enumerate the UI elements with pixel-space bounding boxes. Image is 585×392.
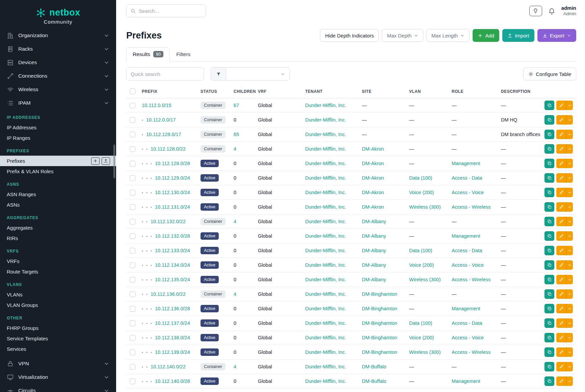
sidebar-menu-circuits[interactable]: Circuits bbox=[0, 384, 116, 392]
saved-filter-select[interactable] bbox=[226, 67, 290, 81]
prefix-link[interactable]: 10.112.133.0/24 bbox=[155, 248, 190, 253]
sidebar-item-aggregates[interactable]: Aggregates bbox=[0, 223, 116, 233]
tenant-link[interactable]: Dunder-Mifflin, Inc. bbox=[305, 161, 346, 166]
tab-results[interactable]: Results 90 bbox=[126, 47, 170, 62]
role-link[interactable]: Access - Wireless bbox=[452, 204, 490, 210]
edit-dropdown-button[interactable] bbox=[566, 275, 573, 284]
prefix-link[interactable]: 10.112.138.0/24 bbox=[155, 335, 190, 340]
select-all-checkbox[interactable] bbox=[130, 88, 135, 94]
clone-button[interactable] bbox=[544, 318, 554, 328]
clone-button[interactable] bbox=[544, 217, 554, 226]
children-link[interactable]: 4 bbox=[234, 219, 236, 224]
clone-button[interactable] bbox=[544, 347, 554, 357]
prefix-link[interactable]: 10.112.139.0/24 bbox=[155, 349, 190, 355]
children-link[interactable]: 4 bbox=[234, 146, 236, 152]
site-link[interactable]: DM-Binghamton bbox=[362, 320, 397, 326]
site-link[interactable]: DM-Buffalo bbox=[362, 364, 386, 369]
tenant-link[interactable]: Dunder-Mifflin, Inc. bbox=[305, 364, 346, 369]
prefix-link[interactable]: 10.112.137.0/24 bbox=[155, 320, 190, 326]
quick-import-button[interactable] bbox=[102, 157, 110, 165]
role-link[interactable]: Management bbox=[452, 306, 480, 311]
site-link[interactable]: DM-Binghamton bbox=[362, 335, 397, 340]
edit-button[interactable] bbox=[556, 246, 566, 255]
quick-add-button[interactable] bbox=[91, 157, 100, 165]
sidebar-item-vlan-groups[interactable]: VLAN Groups bbox=[0, 300, 116, 310]
sidebar-item-prefixes[interactable]: Prefixes bbox=[0, 156, 116, 166]
export-button[interactable]: Export bbox=[537, 29, 576, 42]
tab-filters[interactable]: Filters bbox=[170, 47, 197, 62]
configure-table-button[interactable]: Configure Table bbox=[523, 68, 576, 80]
clone-button[interactable] bbox=[544, 275, 554, 284]
sidebar-menu-devices[interactable]: Devices bbox=[0, 56, 116, 69]
prefix-link[interactable]: 10.112.132.0/22 bbox=[151, 219, 186, 224]
sidebar-item-prefix-vlan-roles[interactable]: Prefix & VLAN Roles bbox=[0, 166, 116, 177]
clone-button[interactable] bbox=[544, 260, 554, 270]
sidebar-item-vlans[interactable]: VLANs bbox=[0, 289, 116, 300]
site-link[interactable]: DM-Akron bbox=[362, 190, 384, 195]
vlan-link[interactable]: Voice (200) bbox=[409, 190, 434, 195]
sidebar-item-ip-ranges[interactable]: IP Ranges bbox=[0, 133, 116, 143]
sidebar-item-ip-addresses[interactable]: IP Addresses bbox=[0, 122, 116, 133]
edit-button[interactable] bbox=[556, 101, 566, 110]
role-link[interactable]: Access - Voice bbox=[452, 190, 484, 195]
edit-dropdown-button[interactable] bbox=[566, 159, 573, 168]
site-link[interactable]: DM-Albany bbox=[362, 277, 386, 282]
tenant-link[interactable]: Dunder-Mifflin, Inc. bbox=[305, 320, 346, 326]
prefix-link[interactable]: 10.112.130.0/24 bbox=[155, 190, 190, 195]
global-search[interactable] bbox=[126, 4, 206, 17]
edit-button[interactable] bbox=[556, 304, 566, 313]
sidebar-item-rirs[interactable]: RIRs bbox=[0, 233, 116, 243]
edit-button[interactable] bbox=[556, 289, 566, 299]
edit-dropdown-button[interactable] bbox=[566, 318, 573, 328]
sidebar-menu-wireless[interactable]: Wireless bbox=[0, 83, 116, 96]
prefix-link[interactable]: 10.112.136.0/22 bbox=[151, 291, 186, 297]
role-link[interactable]: Management bbox=[452, 161, 480, 166]
site-link[interactable]: DM-Albany bbox=[362, 233, 386, 239]
clone-button[interactable] bbox=[544, 130, 554, 139]
row-checkbox[interactable] bbox=[130, 204, 135, 210]
prefix-link[interactable]: 10.112.140.0/28 bbox=[155, 378, 190, 384]
sidebar-item-services[interactable]: Services bbox=[0, 344, 116, 354]
row-checkbox[interactable] bbox=[130, 103, 135, 108]
vlan-link[interactable]: Wireless (300) bbox=[409, 204, 441, 210]
clone-button[interactable] bbox=[544, 101, 554, 110]
row-checkbox[interactable] bbox=[130, 175, 135, 181]
vlan-link[interactable]: Data (100) bbox=[409, 175, 432, 181]
row-checkbox[interactable] bbox=[130, 262, 135, 268]
edit-dropdown-button[interactable] bbox=[566, 115, 573, 125]
sidebar-item-asn-ranges[interactable]: ASN Ranges bbox=[0, 189, 116, 200]
sidebar-menu-vpn[interactable]: VPN bbox=[0, 357, 116, 370]
role-link[interactable]: Access - Data bbox=[452, 320, 482, 326]
children-link[interactable]: 67 bbox=[234, 103, 239, 108]
edit-button[interactable] bbox=[556, 260, 566, 270]
vlan-link[interactable]: Voice (200) bbox=[409, 335, 434, 340]
max-depth-dropdown[interactable]: Max Depth bbox=[382, 29, 423, 42]
row-checkbox[interactable] bbox=[130, 291, 135, 297]
netbox-logo[interactable]: netbox Community bbox=[0, 0, 116, 29]
site-link[interactable]: DM-Albany bbox=[362, 219, 386, 224]
edit-button[interactable] bbox=[556, 144, 566, 154]
edit-button[interactable] bbox=[556, 333, 566, 342]
prefix-link[interactable]: 10.112.140.0/22 bbox=[151, 364, 186, 369]
edit-dropdown-button[interactable] bbox=[566, 202, 573, 212]
edit-dropdown-button[interactable] bbox=[566, 376, 573, 386]
clone-button[interactable] bbox=[544, 304, 554, 313]
role-link[interactable]: Access - Data bbox=[452, 248, 482, 253]
prefix-link[interactable]: 10.112.0.0/15 bbox=[142, 103, 171, 108]
sidebar-menu-ipam[interactable]: IPAM bbox=[0, 96, 116, 110]
sidebar-item-route-targets[interactable]: Route Targets bbox=[0, 266, 116, 277]
vlan-link[interactable]: Voice (200) bbox=[409, 262, 434, 268]
role-link[interactable]: Access - Data bbox=[452, 175, 482, 181]
vlan-link[interactable]: Wireless (300) bbox=[409, 277, 441, 282]
clone-button[interactable] bbox=[544, 246, 554, 255]
tenant-link[interactable]: Dunder-Mifflin, Inc. bbox=[305, 335, 346, 340]
edit-button[interactable] bbox=[556, 362, 566, 371]
vlan-link[interactable]: Data (100) bbox=[409, 248, 432, 253]
clone-button[interactable] bbox=[544, 202, 554, 212]
filter-button[interactable] bbox=[211, 67, 226, 81]
edit-dropdown-button[interactable] bbox=[566, 130, 573, 139]
row-checkbox[interactable] bbox=[130, 219, 135, 225]
clone-button[interactable] bbox=[544, 376, 554, 386]
edit-dropdown-button[interactable] bbox=[566, 362, 573, 371]
edit-dropdown-button[interactable] bbox=[566, 188, 573, 197]
